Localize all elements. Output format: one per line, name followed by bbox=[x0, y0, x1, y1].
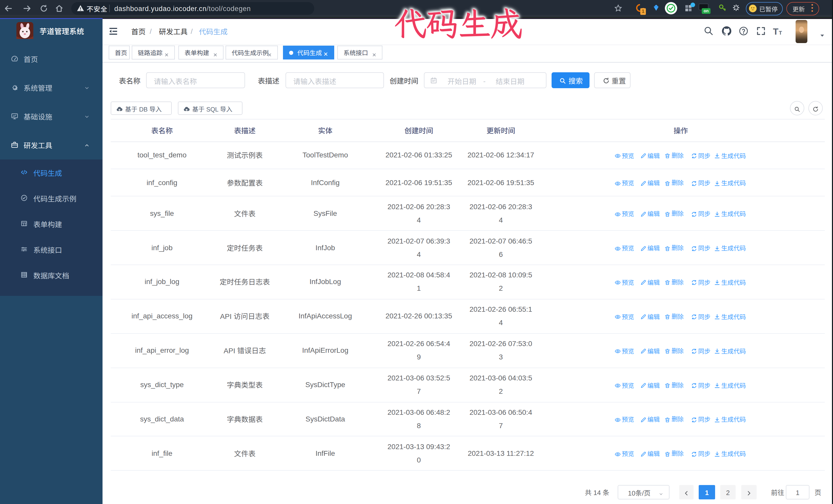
svg-text:T: T bbox=[779, 30, 782, 35]
svg-text:T: T bbox=[773, 26, 779, 37]
